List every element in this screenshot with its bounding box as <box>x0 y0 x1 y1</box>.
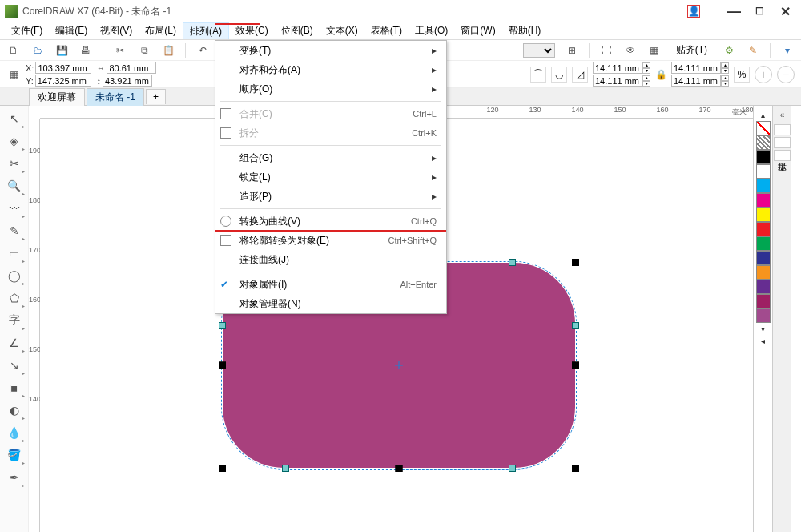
freehand-tool-icon[interactable]: 〰 <box>6 200 22 216</box>
ellipse-tool-icon[interactable]: ◯ <box>6 268 22 284</box>
color-swatch[interactable] <box>756 280 771 294</box>
rectangle-tool-icon[interactable]: ▭ <box>6 245 22 261</box>
view-fullscreen-icon[interactable]: ⛶ <box>599 43 614 58</box>
color-swatch[interactable] <box>756 294 771 308</box>
new-icon[interactable]: 🗋 <box>6 43 21 58</box>
app-launcher-icon[interactable]: ▾ <box>780 43 795 58</box>
menu-transform[interactable]: 变换(T)▸ <box>215 41 446 60</box>
menu-order[interactable]: 顺序(O)▸ <box>215 79 446 99</box>
color-swatch[interactable] <box>756 222 771 236</box>
menu-text[interactable]: 文本(X) <box>320 22 364 39</box>
text-tool-icon[interactable]: 字 <box>6 312 22 328</box>
undo-icon[interactable]: ↶ <box>195 43 210 58</box>
handle-bot-mid[interactable] <box>396 465 403 472</box>
handle-bot-right[interactable] <box>572 465 579 472</box>
corner-node[interactable] <box>282 465 289 472</box>
shape-tool-icon[interactable]: ◈ <box>6 133 22 149</box>
remove-preset-icon[interactable]: − <box>777 66 795 83</box>
corner-tl-input[interactable] <box>593 62 642 74</box>
menu-object-properties[interactable]: ✔对象属性(I)Alt+Enter <box>215 275 446 294</box>
cut-icon[interactable]: ✂ <box>113 43 127 58</box>
launch-icon[interactable]: ✎ <box>746 43 760 58</box>
docker-obj-properties[interactable]: 对象属性 <box>774 124 791 135</box>
menu-layout[interactable]: 布局(L) <box>139 22 183 39</box>
palette-flyout-icon[interactable]: ◂ <box>761 337 765 345</box>
menu-join-curves[interactable]: 连接曲线(J) <box>215 250 446 269</box>
spinner[interactable]: ▴▾ <box>642 62 650 74</box>
add-preset-icon[interactable]: + <box>755 66 772 83</box>
menu-help[interactable]: 帮助(H) <box>502 22 548 39</box>
corner-br-input[interactable] <box>671 75 721 87</box>
pick-tool-icon[interactable]: ↖ <box>6 111 22 127</box>
transparency-tool-icon[interactable]: ◐ <box>6 402 22 418</box>
menu-align-distribute[interactable]: 对齐和分布(A)▸ <box>215 60 446 79</box>
paste-icon[interactable]: 📋 <box>161 43 175 58</box>
height-input[interactable] <box>103 75 152 87</box>
menu-tools[interactable]: 工具(O) <box>409 22 454 39</box>
menu-edit[interactable]: 编辑(E) <box>49 22 94 39</box>
corner-round-icon[interactable]: ⌒ <box>530 66 546 83</box>
open-icon[interactable]: 🗁 <box>30 43 45 58</box>
tab-add[interactable]: + <box>146 89 166 104</box>
eyedropper-tool-icon[interactable]: 💧 <box>6 425 22 441</box>
color-swatch[interactable] <box>756 164 771 179</box>
zoom-dropdown[interactable] <box>523 43 555 58</box>
polygon-tool-icon[interactable]: ⬠ <box>6 290 22 306</box>
center-marker-icon[interactable] <box>395 361 403 369</box>
parallel-dim-tool-icon[interactable]: ∠ <box>6 335 22 351</box>
options-icon[interactable]: ⚙ <box>722 43 736 58</box>
menu-bitmaps[interactable]: 位图(B) <box>275 22 320 39</box>
maximize-button[interactable]: ☐ <box>748 2 771 20</box>
color-swatch[interactable] <box>756 193 771 208</box>
menu-object-manager[interactable]: 对象管理器(N) <box>215 294 446 313</box>
corner-scallop-icon[interactable]: ◡ <box>551 66 567 83</box>
color-swatch[interactable] <box>756 308 771 323</box>
corner-node[interactable] <box>509 465 516 472</box>
corner-bl-input[interactable] <box>593 75 642 87</box>
menu-window[interactable]: 窗口(W) <box>454 22 501 39</box>
close-button[interactable]: ✕ <box>774 2 796 20</box>
color-swatch[interactable] <box>756 265 771 280</box>
menu-outline-to-object[interactable]: 将轮廓转换为对象(E)Ctrl+Shift+Q <box>215 231 446 250</box>
drop-shadow-tool-icon[interactable]: ▣ <box>6 380 22 396</box>
menu-effects[interactable]: 效果(C) <box>229 22 275 39</box>
handle-mid-right[interactable] <box>572 362 579 369</box>
artistic-tool-icon[interactable]: ✎ <box>6 223 22 239</box>
snap-icon[interactable]: ⊞ <box>565 43 579 58</box>
user-badge-icon[interactable]: 👤 <box>687 5 700 18</box>
snap-to-label[interactable]: 贴齐(T) <box>671 43 712 57</box>
handle-top-right[interactable] <box>572 259 579 266</box>
corner-node[interactable] <box>219 322 226 329</box>
docker-hints[interactable]: 提示 <box>774 150 791 161</box>
palette-down-icon[interactable]: ▾ <box>761 324 765 333</box>
menu-view[interactable]: 视图(V) <box>94 22 139 39</box>
fill-tool-icon[interactable]: 🪣 <box>6 447 22 463</box>
menu-arrange[interactable]: 排列(A) <box>183 22 229 39</box>
color-swatch[interactable] <box>756 150 771 164</box>
docker-expand-icon[interactable]: « <box>780 111 785 119</box>
lock-corners-icon[interactable]: 🔒 <box>655 69 666 80</box>
docker-guidelines[interactable]: 辅助线 <box>774 137 791 148</box>
swatch-pattern[interactable] <box>756 135 771 150</box>
corner-chamfer-icon[interactable]: ◿ <box>572 66 588 83</box>
tab-welcome[interactable]: 欢迎屏幕 <box>29 88 85 106</box>
palette-up-icon[interactable]: ▴ <box>761 111 765 119</box>
view-rulers-icon[interactable]: ▦ <box>647 43 662 58</box>
corner-node[interactable] <box>509 259 516 266</box>
relative-corner-icon[interactable]: % <box>734 66 750 83</box>
minimize-button[interactable]: — <box>723 2 745 20</box>
y-position-input[interactable] <box>35 75 91 87</box>
menu-group[interactable]: 组合(G)▸ <box>215 148 446 167</box>
view-preview-icon[interactable]: 👁 <box>623 43 638 58</box>
save-icon[interactable]: 💾 <box>54 43 69 58</box>
connector-tool-icon[interactable]: ↘ <box>6 357 22 373</box>
object-origin-icon[interactable]: ▦ <box>6 67 21 82</box>
color-swatch[interactable] <box>756 179 771 193</box>
corner-node[interactable] <box>572 322 579 329</box>
crop-tool-icon[interactable]: ✂ <box>6 155 22 171</box>
zoom-tool-icon[interactable]: 🔍 <box>6 178 22 194</box>
width-input[interactable] <box>107 62 156 74</box>
menu-table[interactable]: 表格(T) <box>364 22 409 39</box>
swatch-nocolor[interactable] <box>756 121 771 135</box>
copy-icon[interactable]: ⧉ <box>137 43 151 58</box>
